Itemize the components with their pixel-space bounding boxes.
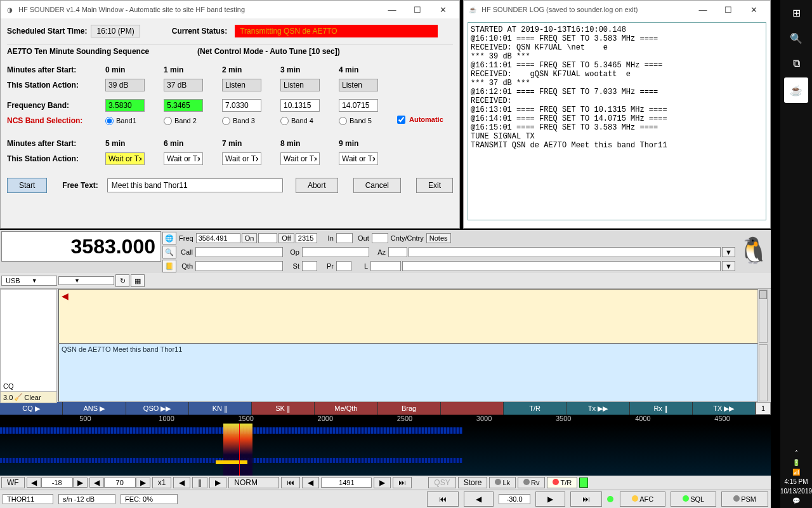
mode-dropdown[interactable]: USB▼ [1,276,57,286]
log-close[interactable]: ✕ [741,1,766,18]
macro-6[interactable]: Brag [378,402,441,415]
rx-pane[interactable]: ◀ [58,289,758,344]
freq-1[interactable] [164,99,203,112]
macro-2[interactable]: QSO ▶▶ [126,402,189,415]
extra-dd[interactable]: ▼ [722,261,735,271]
level-value[interactable]: -30.0 [499,494,530,504]
start-button[interactable]: Start [7,178,47,193]
tr-button[interactable]: T/R [547,477,577,488]
taskview-icon[interactable]: ⧉ [780,51,812,76]
macro-11[interactable]: TX ▶▶ [693,402,756,415]
macro-8[interactable]: T/R [504,402,566,415]
sql-button[interactable]: SQL [671,491,716,507]
automatic-checkbox[interactable] [397,116,405,124]
v2-right[interactable]: ▶ [136,478,150,488]
minimize-button[interactable]: — [379,1,405,18]
macro-5[interactable]: Me/Qth [315,402,377,415]
vfo-frequency[interactable]: 3583.000 [1,231,161,262]
v1-value[interactable]: -18 [41,478,73,488]
v1-right[interactable]: ▶ [73,478,88,488]
macro-4[interactable]: SK ‖ [252,402,315,415]
clear-button[interactable]: 3.0 🧹 Clear [1,391,56,403]
az-input[interactable] [388,247,407,257]
notes-dd[interactable]: ▼ [722,247,735,257]
macro-7[interactable] [441,402,504,415]
scroll-ll[interactable]: ◀ [173,477,190,488]
log-text[interactable]: STARTED AT 2019-10-13T16:10:00.148 @16:1… [468,22,766,220]
freq-3[interactable] [280,99,320,112]
macro-10[interactable]: Rx ‖ [630,402,693,415]
rv-button[interactable]: Rv [518,477,545,488]
mode2-dropdown[interactable]: ▼ [58,276,114,285]
start-button-win[interactable]: ⊞ [780,0,812,25]
afc-button[interactable]: AFC [620,491,665,507]
psm-button[interactable]: PSM [721,491,768,507]
nav-ll[interactable]: ⏮ [281,477,300,488]
java-task-icon[interactable]: ☕ [784,77,808,103]
nav-rr[interactable]: ⏭ [393,477,412,488]
freq-4[interactable] [339,99,378,112]
lookup-icon[interactable]: 🔍 [162,246,176,258]
action-3[interactable] [280,79,320,91]
macro-0[interactable]: CQ ▶ [0,402,63,415]
macro-page[interactable]: 1 [756,402,771,415]
tray-date[interactable]: 10/13/2019 [780,486,812,496]
waterfall[interactable] [0,424,771,476]
tx-scrollbar[interactable] [759,344,768,401]
action-0[interactable] [105,79,145,91]
band-radio-4[interactable] [339,117,347,125]
lvl-ll[interactable]: ⏮ [427,491,459,507]
qrz-icon[interactable]: 📒 [162,260,176,272]
freetext-input[interactable] [107,178,283,192]
on-button[interactable]: On [242,233,258,243]
search-icon[interactable]: 🔍 [780,25,812,51]
nav-l[interactable]: ◀ [302,477,319,488]
action2-0[interactable] [105,152,145,165]
lvl-rr[interactable]: ⏭ [570,491,602,507]
action-2[interactable] [222,79,261,91]
maximize-button[interactable]: ☐ [405,1,430,18]
nav-r[interactable]: ▶ [374,477,391,488]
wf-cursor[interactable]: 1491 [321,478,372,488]
qth-input[interactable] [195,261,283,271]
notes-input[interactable] [409,247,721,257]
l-input[interactable] [370,261,401,271]
extra-input[interactable] [402,261,721,271]
action-4[interactable] [339,79,378,91]
st-input[interactable] [302,261,317,271]
norm-button[interactable]: NORM [228,477,279,488]
battery-icon[interactable]: 🔋 [792,458,800,467]
freq-0[interactable] [105,99,145,112]
action2-2[interactable] [222,152,261,165]
log-minimize[interactable]: — [690,1,716,18]
macro-3[interactable]: KN ‖ [189,402,252,415]
on-value[interactable] [258,233,277,243]
abort-button[interactable]: Abort [296,178,338,193]
in-input[interactable] [336,233,353,243]
cq-field[interactable]: CQ [1,381,56,391]
op-input[interactable] [302,247,369,257]
lk-button[interactable]: Lk [489,477,516,488]
log-titlebar[interactable]: ☕ HF SOUNDER LOG (saved to sounder.log o… [464,1,770,18]
off-value[interactable] [296,233,317,243]
band-radio-2[interactable] [222,117,230,125]
v1-left[interactable]: ◀ [27,478,41,488]
exit-button[interactable]: Exit [416,178,453,193]
freq-input[interactable] [196,233,240,243]
macro-1[interactable]: ANS ▶ [63,402,126,415]
qsy-button[interactable]: QSY [428,477,455,488]
tray-chevron[interactable]: ˄ [795,448,798,458]
scroll-rr[interactable]: ▶ [209,477,226,488]
out-input[interactable] [372,233,388,243]
cancel-button[interactable]: Cancel [353,178,401,193]
log-maximize[interactable]: ☐ [716,1,741,18]
action2-3[interactable] [280,152,320,165]
titlebar[interactable]: ◑ HF SOUNDER v1.4 Main Window - Automati… [1,1,459,18]
tray-time[interactable]: 4:15 PM [784,477,808,486]
notifications-icon[interactable]: 💬 [792,496,800,505]
wifi-icon[interactable]: 📶 [792,467,800,477]
v2-value[interactable]: 70 [104,478,136,488]
scroll-pause[interactable]: ‖ [192,477,207,488]
band-radio-3[interactable] [280,117,289,125]
macro-9[interactable]: Tx ▶▶ [566,402,629,415]
